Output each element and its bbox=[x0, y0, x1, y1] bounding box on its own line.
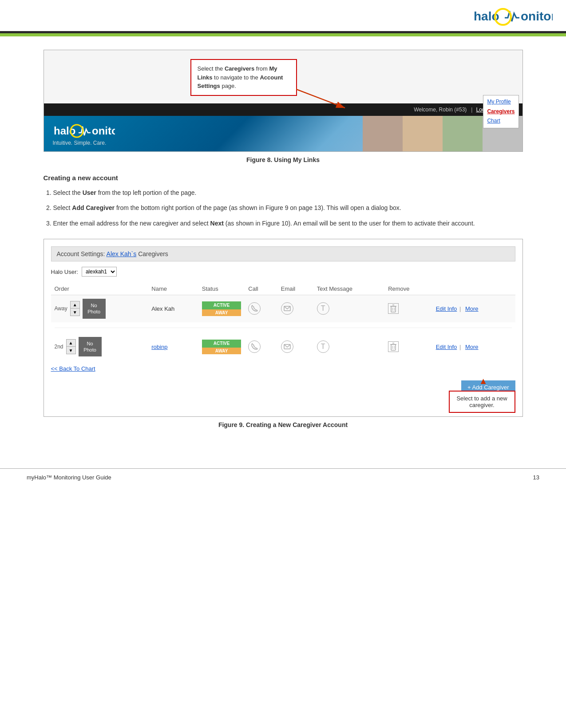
edit-info-link-1[interactable]: Edit Info bbox=[436, 305, 457, 312]
account-settings-title: Account Settings: Alex Kah`s Caregivers bbox=[51, 246, 515, 261]
svg-rect-10 bbox=[391, 306, 396, 312]
call-icon-2[interactable] bbox=[248, 340, 261, 353]
myprofile-link[interactable]: My Profile bbox=[487, 97, 515, 107]
svg-rect-16 bbox=[391, 344, 396, 350]
row1-order: Away ▲ ▼ NoPhoto bbox=[51, 295, 148, 322]
footer-right: 13 bbox=[533, 474, 539, 481]
trash-icon-2 bbox=[390, 342, 397, 351]
instruction-2-bold: Add Caregiver bbox=[72, 204, 115, 211]
add-caregiver-arrow: ▲ bbox=[479, 376, 488, 386]
status-active-2: ACTIVE bbox=[202, 340, 241, 348]
order-arrows-2: ▲ ▼ bbox=[66, 339, 76, 354]
callout-arrow-svg bbox=[296, 85, 349, 111]
banner-tagline: Intuitive. Simple. Care. bbox=[53, 140, 115, 146]
instruction-3-pre: Enter the email address for the new care… bbox=[53, 220, 210, 227]
row-separator-1 bbox=[51, 322, 515, 333]
col-actions bbox=[432, 283, 515, 295]
textmsg-icon-2[interactable]: T bbox=[317, 340, 329, 353]
order-up-1[interactable]: ▲ bbox=[71, 301, 79, 309]
account-title-suffix: Caregivers bbox=[136, 250, 168, 257]
account-settings-box: Account Settings: Alex Kah`s Caregivers … bbox=[44, 239, 523, 417]
mylinks-dropdown: My Profile Caregivers Chart bbox=[483, 95, 519, 128]
order-down-2[interactable]: ▼ bbox=[67, 347, 75, 354]
instruction-2-post: from the bottom right portion of the pag… bbox=[115, 204, 401, 211]
pipe-2: | bbox=[459, 344, 461, 350]
instruction-1-post: from the top left portion of the page. bbox=[96, 189, 197, 196]
halo-user-select[interactable]: alexkah1 bbox=[82, 267, 117, 277]
email-icon-2[interactable] bbox=[281, 340, 293, 353]
instruction-1-pre: Select the bbox=[53, 189, 83, 196]
figure8-caption: Figure 8. Using My Links bbox=[44, 156, 523, 163]
page-header: halo onitoring ™ bbox=[0, 0, 566, 31]
row2-actions: Edit Info | More bbox=[432, 333, 515, 360]
instruction-list: Select the User from the top left portio… bbox=[44, 188, 523, 228]
instruction-1-bold: User bbox=[83, 189, 96, 196]
call-icon-1[interactable] bbox=[248, 302, 261, 315]
row2-name: robinp bbox=[148, 333, 198, 360]
row1-remove bbox=[384, 295, 432, 322]
row2-status: ACTIVE AWAY bbox=[198, 333, 245, 360]
order-arrows-1: ▲ ▼ bbox=[70, 301, 80, 316]
halo-user-label: Halo User: bbox=[51, 269, 78, 275]
caregiver-name-1: Alex Kah bbox=[151, 305, 174, 312]
row1-status: ACTIVE AWAY bbox=[198, 295, 245, 322]
banner-logo-svg: halo onitoring bbox=[53, 121, 115, 139]
instruction-item-3: Enter the email address for the new care… bbox=[53, 218, 523, 228]
textmsg-icon-1[interactable]: T bbox=[317, 302, 329, 315]
no-photo-2: NoPhoto bbox=[79, 337, 102, 357]
remove-icon-2[interactable] bbox=[388, 341, 399, 352]
row1-actions: Edit Info | More bbox=[432, 295, 515, 322]
green-bar bbox=[0, 33, 566, 36]
more-link-2[interactable]: More bbox=[465, 344, 479, 350]
order-cell-1: Away ▲ ▼ NoPhoto bbox=[55, 299, 145, 319]
more-link-1[interactable]: More bbox=[465, 305, 479, 312]
welcome-text: Welcome, Robin (#53) bbox=[414, 107, 467, 113]
figure8-callout: Select the Caregivers from My Links to n… bbox=[190, 59, 297, 96]
back-to-chart-link[interactable]: << Back To Chart bbox=[51, 365, 95, 372]
order-up-2[interactable]: ▲ bbox=[67, 340, 75, 347]
svg-text:onitoring: onitoring bbox=[521, 9, 553, 23]
pipe-1: | bbox=[459, 305, 461, 312]
instruction-3-post: (as shown in Figure 10). An email will b… bbox=[224, 220, 475, 227]
section-heading: Creating a new account bbox=[44, 174, 523, 182]
edit-info-link-2[interactable]: Edit Info bbox=[436, 344, 457, 350]
footer-left: myHalo™ Monitoring User Guide bbox=[27, 474, 111, 481]
svg-line-4 bbox=[296, 89, 345, 108]
col-name: Name bbox=[148, 283, 198, 295]
row2-call bbox=[245, 333, 277, 360]
status-away-2: AWAY bbox=[202, 348, 241, 354]
page-content: Select the Caregivers from My Links to n… bbox=[17, 36, 550, 455]
caregiver-name-link-2[interactable]: robinp bbox=[151, 344, 167, 350]
envelope-icon bbox=[284, 306, 291, 311]
svg-text:onitoring: onitoring bbox=[92, 125, 115, 137]
phone-icon bbox=[251, 305, 258, 312]
instruction-2-pre: Select bbox=[53, 204, 72, 211]
account-title-text: Account Settings: bbox=[57, 250, 107, 257]
halo-logo-svg: halo onitoring ™ bbox=[473, 4, 553, 27]
col-call: Call bbox=[245, 283, 277, 295]
trash-icon bbox=[390, 304, 397, 313]
caregivers-table: Order Name Status Call Email Text Messag… bbox=[51, 283, 515, 360]
halo-logo: halo onitoring ™ bbox=[473, 4, 553, 27]
table-row: Away ▲ ▼ NoPhoto Alex Kah ACTIVE bbox=[51, 295, 515, 322]
order-down-1[interactable]: ▼ bbox=[71, 309, 79, 316]
account-title-link[interactable]: Alex Kah`s bbox=[107, 250, 137, 257]
status-away-1: AWAY bbox=[202, 309, 241, 316]
instruction-3-bold: Next bbox=[210, 220, 224, 227]
remove-icon-1[interactable] bbox=[388, 303, 399, 314]
status-active-1: ACTIVE bbox=[202, 301, 241, 309]
chart-link[interactable]: Chart bbox=[487, 116, 515, 126]
email-icon-1[interactable] bbox=[281, 302, 293, 315]
row1-call bbox=[245, 295, 277, 322]
row2-email bbox=[277, 333, 313, 360]
col-order: Order bbox=[51, 283, 148, 295]
callout-text: Select the Caregivers from My Links to n… bbox=[198, 65, 283, 89]
caregivers-link[interactable]: Caregivers bbox=[487, 107, 515, 117]
order-cell-2: 2nd ▲ ▼ NoPhoto bbox=[55, 337, 145, 357]
col-email: Email bbox=[277, 283, 313, 295]
table-row: 2nd ▲ ▼ NoPhoto robinp ACTIVE A bbox=[51, 333, 515, 360]
instruction-item-1: Select the User from the top left portio… bbox=[53, 188, 523, 198]
row1-textmsg: T bbox=[313, 295, 384, 322]
col-remove: Remove bbox=[384, 283, 432, 295]
figure8-banner: halo onitoring Intuitive. Simple. Care. bbox=[44, 116, 522, 151]
